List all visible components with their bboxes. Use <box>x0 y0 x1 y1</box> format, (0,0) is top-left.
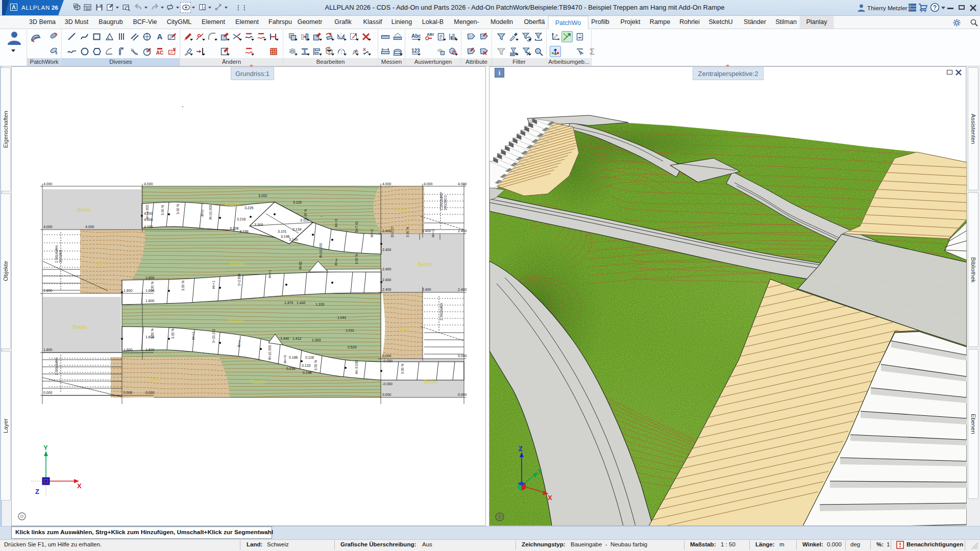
svg-text:Beton: Beton <box>77 207 91 213</box>
svg-text:1.011: 1.011 <box>346 329 354 332</box>
svg-text:2.400: 2.400 <box>382 267 391 271</box>
svg-text:1.470: 1.470 <box>284 301 293 305</box>
svg-text:4.000: 4.000 <box>43 225 53 229</box>
svg-text:R=∞: R=∞ <box>201 210 204 216</box>
svg-text:?: ? <box>933 4 937 11</box>
svg-text:3.00 %: 3.00 % <box>161 205 164 215</box>
svg-text:1.600: 1.600 <box>43 289 53 292</box>
svg-text:X: X <box>77 482 82 490</box>
svg-text:Beton: Beton <box>72 324 87 330</box>
svg-text:Rasen: Rasen <box>225 201 241 207</box>
svg-text:0.148: 0.148 <box>303 371 312 374</box>
svg-text:2.400: 2.400 <box>382 288 391 291</box>
svg-text:Sand: Sand <box>96 261 106 266</box>
svg-text:1.600: 1.600 <box>145 276 155 280</box>
svg-text:R=∞: R=∞ <box>237 340 241 347</box>
svg-text:3.00 %: 3.00 % <box>406 227 409 237</box>
svg-text:1.600: 1.600 <box>124 289 133 292</box>
svg-text:4.000: 4.000 <box>424 182 433 186</box>
svg-text:2.400: 2.400 <box>382 229 391 233</box>
svg-text:4.000: 4.000 <box>43 182 53 186</box>
svg-text:3.115: 3.115 <box>293 201 302 204</box>
svg-text:R=10.000: R=10.000 <box>319 243 323 258</box>
svg-text:H=+4.000: H=+4.000 <box>145 205 149 219</box>
svg-text:D=2.27: D=2.27 <box>390 226 394 237</box>
svg-text:Rasen: Rasen <box>229 317 244 323</box>
svg-text:3.134: 3.134 <box>292 228 302 231</box>
svg-text:0.000: 0.000 <box>458 393 467 396</box>
svg-text:2.400: 2.400 <box>458 229 467 233</box>
svg-text:1.442: 1.442 <box>297 301 306 305</box>
svg-text:-0.030: -0.030 <box>382 359 393 363</box>
svg-text:123: 123 <box>411 48 420 54</box>
svg-text:R=∞: R=∞ <box>334 259 338 265</box>
svg-text:3.00 %: 3.00 % <box>304 209 307 219</box>
svg-text:1.041: 1.041 <box>337 316 347 319</box>
svg-text:1.600: 1.600 <box>145 348 155 352</box>
svg-text:0.000: 0.000 <box>124 391 133 394</box>
svg-text:0.529: 0.529 <box>348 345 357 349</box>
svg-text:3.300: 3.300 <box>254 223 263 227</box>
svg-text:200/260.0: 200/260.0 <box>444 195 447 210</box>
svg-text:H=+1: H=+1 <box>212 281 215 289</box>
svg-text:1.600: 1.600 <box>43 348 53 352</box>
svg-text:Rasen: Rasen <box>230 261 246 267</box>
svg-text:R=92: R=92 <box>299 261 302 269</box>
svg-text:Sand: Sand <box>399 327 409 332</box>
svg-text:-0.030: -0.030 <box>382 382 393 386</box>
svg-text:Z: Z <box>35 488 39 495</box>
svg-text:3.208: 3.208 <box>230 227 239 230</box>
svg-text:A: A <box>355 48 358 54</box>
svg-text:4.000: 4.000 <box>144 225 153 229</box>
svg-text:1.333: 1.333 <box>315 303 325 306</box>
svg-text:4.000: 4.000 <box>85 225 94 229</box>
svg-text:3.00 %: 3.00 % <box>355 254 358 264</box>
svg-text:1.303: 1.303 <box>312 338 321 342</box>
svg-text:Z: Z <box>519 445 523 453</box>
svg-text:X: X <box>548 494 552 502</box>
svg-text:R=10.000: R=10.000 <box>209 205 212 219</box>
svg-text:A: A <box>157 32 162 41</box>
svg-text:3.199: 3.199 <box>239 230 249 233</box>
svg-text:0.000: 0.000 <box>145 391 155 394</box>
svg-text:3.225: 3.225 <box>244 206 254 210</box>
svg-text:2.400: 2.400 <box>422 288 431 291</box>
svg-text:ABC: ABC <box>427 32 434 37</box>
svg-text:0.118: 0.118 <box>305 356 314 359</box>
svg-text:1.440: 1.440 <box>280 337 289 340</box>
svg-text:3.00 %: 3.00 % <box>151 329 154 339</box>
svg-text:H=+1: H=+1 <box>268 270 272 278</box>
svg-text:0.216: 0.216 <box>286 367 296 370</box>
svg-text:0+10.212: 0+10.212 <box>212 329 215 343</box>
svg-text:3.00 %: 3.00 % <box>171 329 175 339</box>
svg-text:2 Sitzstufen: 2 Sitzstufen <box>55 358 58 375</box>
svg-text:AC: AC <box>156 50 163 56</box>
svg-text:Y: Y <box>537 467 542 475</box>
svg-text:1.600: 1.600 <box>145 299 155 303</box>
svg-text:H=+3: H=+3 <box>334 219 338 227</box>
svg-text:4.000: 4.000 <box>144 182 153 186</box>
svg-text:2.400: 2.400 <box>422 229 431 233</box>
svg-text:3.196: 3.196 <box>281 235 290 238</box>
svg-text:D=7.41: D=7.41 <box>355 221 358 232</box>
svg-text:3.00 %: 3.00 % <box>314 360 317 370</box>
svg-text:Beton: Beton <box>418 261 432 267</box>
svg-text:0.186: 0.186 <box>289 356 298 359</box>
svg-text:H=+2: H=+2 <box>370 229 374 237</box>
svg-text:2 Sitzstufen: 2 Sitzstufen <box>439 193 443 210</box>
svg-text:§: § <box>55 50 58 55</box>
svg-text:3.202: 3.202 <box>258 194 267 197</box>
svg-text:Rasen: Rasen <box>251 379 266 385</box>
svg-text:2 Sitzstufen: 2 Sitzstufen <box>55 245 58 263</box>
svg-text:20.026/0: 20.026/0 <box>59 249 62 263</box>
svg-text:R=10.000: R=10.000 <box>268 345 272 360</box>
svg-text:H=+1: H=+1 <box>191 332 195 340</box>
svg-text:Σ: Σ <box>590 47 595 56</box>
svg-text:Sand: Sand <box>149 377 159 382</box>
svg-text:Sand: Sand <box>397 207 407 212</box>
svg-text:3.00 %: 3.00 % <box>151 282 154 292</box>
svg-text:3.00 %: 3.00 % <box>176 204 180 214</box>
svg-text:Y: Y <box>43 444 48 452</box>
svg-text:0.000: 0.000 <box>382 354 391 358</box>
svg-text:0.000: 0.000 <box>382 393 391 396</box>
